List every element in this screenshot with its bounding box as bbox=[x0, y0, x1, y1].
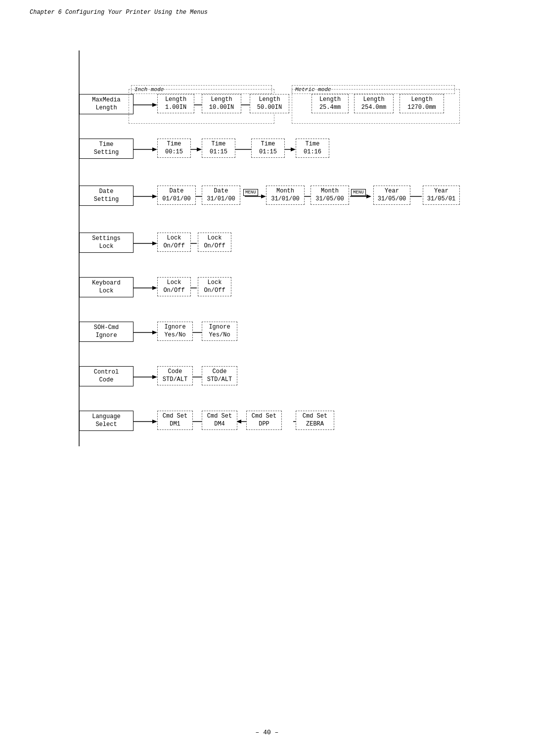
svg-marker-41 bbox=[152, 286, 157, 290]
date-31: Date31/01/00 bbox=[202, 186, 240, 205]
length-25mm: Length25.4mm bbox=[312, 94, 349, 113]
keyboard-lock-2: LockOn/Off bbox=[198, 277, 231, 296]
svg-marker-51 bbox=[152, 375, 157, 379]
cmdset-dm1: Cmd SetDM1 bbox=[157, 411, 193, 430]
cmdset-zebra: Cmd SetZEBRA bbox=[296, 411, 334, 430]
nav-time: TimeSetting bbox=[79, 139, 134, 159]
cmdset-dm4: Cmd SetDM4 bbox=[202, 411, 237, 430]
cmdset-dpp: Cmd SetDPP bbox=[246, 411, 282, 430]
nav-date: DateSetting bbox=[79, 186, 134, 206]
month-31-01: Month31/01/00 bbox=[266, 186, 305, 205]
time-0115a: Time01:15 bbox=[202, 139, 235, 158]
nav-language: LanguageSelect bbox=[79, 411, 134, 431]
svg-marker-27 bbox=[261, 194, 266, 198]
time-0116: Time01:16 bbox=[296, 139, 329, 158]
code-1: CodeSTD/ALT bbox=[157, 366, 193, 385]
diagram-area: Inch mode Metric mode bbox=[30, 36, 504, 481]
keyboard-lock-1: LockOn/Off bbox=[157, 277, 191, 296]
year-31-05-01: Year31/05/01 bbox=[423, 186, 460, 205]
svg-marker-16 bbox=[197, 147, 202, 151]
svg-marker-23 bbox=[152, 194, 157, 198]
year-31-05-00: Year31/05/00 bbox=[373, 186, 410, 205]
code-2: CodeSTD/ALT bbox=[202, 366, 237, 385]
svg-marker-14 bbox=[152, 147, 157, 151]
settings-lock-2: LockOn/Off bbox=[198, 233, 231, 252]
page-header: Chapter 6 Configuring Your Printer Using… bbox=[0, 0, 534, 21]
length-1in: Length1.00IN bbox=[157, 94, 194, 113]
menu-badge-2: MENU bbox=[351, 189, 366, 196]
svg-marker-46 bbox=[152, 331, 157, 334]
ignore-2: IgnoreYes/No bbox=[202, 322, 237, 341]
nav-settings: SettingsLock bbox=[79, 233, 134, 253]
time-0015: Time00:15 bbox=[157, 139, 191, 158]
month-31-05: Month31/05/00 bbox=[311, 186, 349, 205]
length-1270mm: Length1270.0mm bbox=[400, 94, 444, 113]
svg-marker-36 bbox=[152, 241, 157, 245]
nav-keyboard: KeyboardLock bbox=[79, 277, 134, 297]
svg-marker-56 bbox=[152, 420, 157, 424]
nav-control: ControlCode bbox=[79, 366, 134, 386]
nav-soh: SOH-CmdIgnore bbox=[79, 322, 134, 342]
nav-maxmedia: MaxMediaLength bbox=[79, 94, 134, 114]
menu-badge-1: MENU bbox=[243, 189, 258, 196]
svg-marker-20 bbox=[291, 147, 296, 151]
svg-marker-31 bbox=[366, 194, 371, 198]
page-footer: – 40 – bbox=[0, 729, 534, 736]
ignore-1: IgnoreYes/No bbox=[157, 322, 193, 341]
settings-lock-1: LockOn/Off bbox=[157, 233, 191, 252]
time-0115b: Time01:15 bbox=[251, 139, 285, 158]
length-254mm: Length254.0mm bbox=[354, 94, 394, 113]
length-10in: Length10.00IN bbox=[202, 94, 241, 113]
length-50in: Length50.00IN bbox=[250, 94, 289, 113]
date-01: Date01/01/00 bbox=[157, 186, 196, 205]
